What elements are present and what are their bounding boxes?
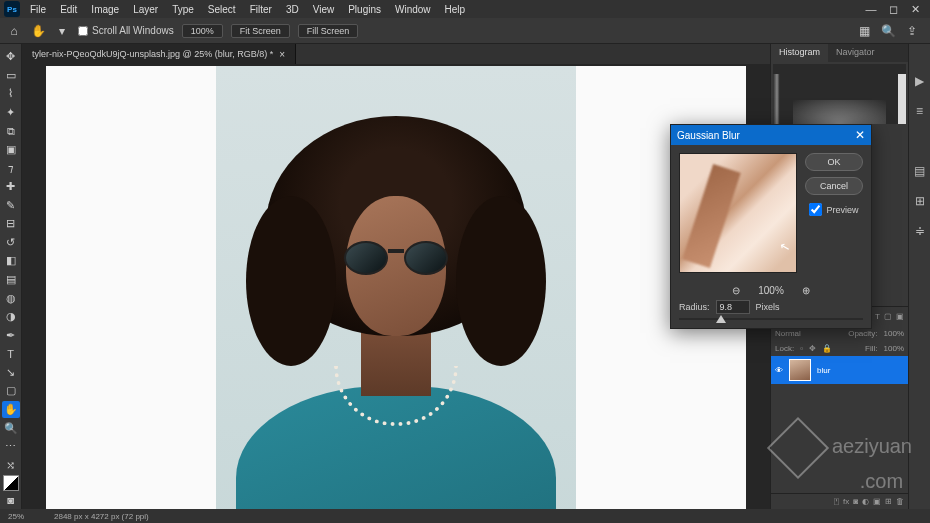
fill-value[interactable]: 100% [884, 344, 904, 353]
close-tab-icon[interactable]: × [279, 49, 285, 60]
lock-all-icon[interactable]: 🔒 [822, 344, 832, 353]
tool-history-brush[interactable]: ↺ [2, 234, 20, 252]
filter-type-icon[interactable]: T [875, 312, 880, 321]
tool-eyedropper[interactable]: ⁊ [2, 159, 20, 177]
menu-help[interactable]: Help [439, 2, 472, 17]
tool-eraser[interactable]: ◧ [2, 252, 20, 270]
color-swatches[interactable] [3, 475, 19, 491]
tool-stamp[interactable]: ⊟ [2, 215, 20, 233]
menu-plugins[interactable]: Plugins [342, 2, 387, 17]
tool-brush[interactable]: ✎ [2, 197, 20, 215]
layer-thumbnail[interactable] [789, 359, 811, 381]
window-controls: — ◻ ✕ [862, 3, 930, 16]
group-icon[interactable]: ▣ [873, 497, 881, 506]
tool-gradient[interactable]: ▤ [2, 271, 20, 289]
dock-frame-icon[interactable]: ▤ [914, 164, 925, 178]
tool-swap-colors[interactable]: ⤭ [2, 456, 20, 474]
tool-crop[interactable]: ⧉ [2, 122, 20, 140]
menu-select[interactable]: Select [202, 2, 242, 17]
preview-checkbox[interactable] [809, 203, 822, 216]
menubar: File Edit Image Layer Type Select Filter… [24, 2, 471, 17]
fx-icon[interactable]: fx [843, 497, 849, 506]
layer-name[interactable]: blur [817, 366, 830, 375]
tool-type[interactable]: T [2, 345, 20, 363]
tool-path[interactable]: ↘ [2, 364, 20, 382]
lock-label: Lock: [775, 344, 794, 353]
dock-play-icon[interactable]: ▶ [915, 74, 924, 88]
menu-type[interactable]: Type [166, 2, 200, 17]
close-button[interactable]: ✕ [906, 3, 924, 16]
menu-filter[interactable]: Filter [244, 2, 278, 17]
visibility-icon[interactable]: 👁 [775, 366, 783, 375]
tool-wand[interactable]: ✦ [2, 104, 20, 122]
status-zoom[interactable]: 25% [8, 512, 24, 521]
tool-frame[interactable]: ▣ [2, 141, 20, 159]
radius-slider[interactable] [679, 318, 863, 320]
home-icon[interactable]: ⌂ [6, 23, 22, 39]
share-icon[interactable]: ⇪ [904, 23, 920, 39]
tool-shape[interactable]: ▢ [2, 382, 20, 400]
menu-image[interactable]: Image [85, 2, 125, 17]
scroll-all-windows-check[interactable]: Scroll All Windows [78, 25, 174, 36]
tool-pen[interactable]: ✒ [2, 326, 20, 344]
dock-bars-icon[interactable]: ≡ [916, 104, 923, 118]
workspace-icon[interactable]: ▦ [856, 23, 872, 39]
tool-zoom[interactable]: 🔍 [2, 419, 20, 437]
tool-preset-dropdown[interactable]: ▾ [54, 23, 70, 39]
zoom-100-button[interactable]: 100% [182, 24, 223, 38]
menu-3d[interactable]: 3D [280, 2, 305, 17]
filter-shape-icon[interactable]: ▢ [884, 312, 892, 321]
image-content [216, 66, 576, 509]
tool-hand[interactable]: ✋ [2, 401, 20, 419]
menu-window[interactable]: Window [389, 2, 437, 17]
blur-preview[interactable] [679, 153, 797, 273]
tab-histogram[interactable]: Histogram [771, 44, 828, 62]
minimize-button[interactable]: — [862, 3, 880, 16]
mask-icon[interactable]: ◙ [853, 497, 858, 506]
dialog-title-text: Gaussian Blur [677, 130, 740, 141]
tool-marquee[interactable]: ▭ [2, 67, 20, 85]
tool-dodge[interactable]: ◑ [2, 308, 20, 326]
fill-screen-button[interactable]: Fill Screen [298, 24, 359, 38]
menu-view[interactable]: View [307, 2, 341, 17]
layer-row[interactable]: 👁 blur [771, 356, 908, 384]
tool-more[interactable]: ⋯ [2, 438, 20, 456]
dock-sliders-icon[interactable]: ≑ [915, 224, 925, 238]
slider-thumb[interactable] [716, 315, 726, 323]
document-tab[interactable]: tyler-nix-PQeoQdkU9jQ-unsplash.jpg @ 25%… [22, 44, 296, 64]
canvas-viewport[interactable] [22, 64, 770, 509]
delete-layer-icon[interactable]: 🗑 [896, 497, 904, 506]
zoom-in-icon[interactable]: ⊕ [802, 285, 810, 296]
menu-edit[interactable]: Edit [54, 2, 83, 17]
ok-button[interactable]: OK [805, 153, 863, 171]
link-layers-icon[interactable]: ⍞ [834, 497, 839, 506]
dialog-titlebar[interactable]: Gaussian Blur ✕ [671, 125, 871, 145]
hand-tool-icon[interactable]: ✋ [30, 23, 46, 39]
scroll-all-checkbox[interactable] [78, 26, 88, 36]
new-layer-icon[interactable]: ⊞ [885, 497, 892, 506]
tool-move[interactable]: ✥ [2, 48, 20, 66]
tool-heal[interactable]: ✚ [2, 178, 20, 196]
zoom-out-icon[interactable]: ⊖ [732, 285, 740, 296]
dock-swatches-icon[interactable]: ⊞ [915, 194, 925, 208]
opacity-value[interactable]: 100% [884, 329, 904, 338]
fit-screen-button[interactable]: Fit Screen [231, 24, 290, 38]
dialog-close-icon[interactable]: ✕ [855, 128, 865, 142]
status-doc-info[interactable]: 2848 px x 4272 px (72 ppi) [54, 512, 149, 521]
tool-lasso[interactable]: ⌇ [2, 85, 20, 103]
blend-mode[interactable]: Normal [775, 329, 801, 338]
lock-pixels-icon[interactable]: ▫ [800, 344, 803, 353]
filter-smart-icon[interactable]: ▣ [896, 312, 904, 321]
tool-blur[interactable]: ◍ [2, 289, 20, 307]
cancel-button[interactable]: Cancel [805, 177, 863, 195]
menu-layer[interactable]: Layer [127, 2, 164, 17]
search-icon[interactable]: 🔍 [880, 23, 896, 39]
adjustment-icon[interactable]: ◐ [862, 497, 869, 506]
tool-quickmask[interactable]: ◙ [2, 492, 20, 510]
lock-position-icon[interactable]: ✥ [809, 344, 816, 353]
tab-navigator[interactable]: Navigator [828, 44, 883, 62]
menu-file[interactable]: File [24, 2, 52, 17]
radius-input[interactable] [716, 300, 750, 314]
preview-check[interactable]: Preview [809, 203, 858, 216]
maximize-button[interactable]: ◻ [884, 3, 902, 16]
